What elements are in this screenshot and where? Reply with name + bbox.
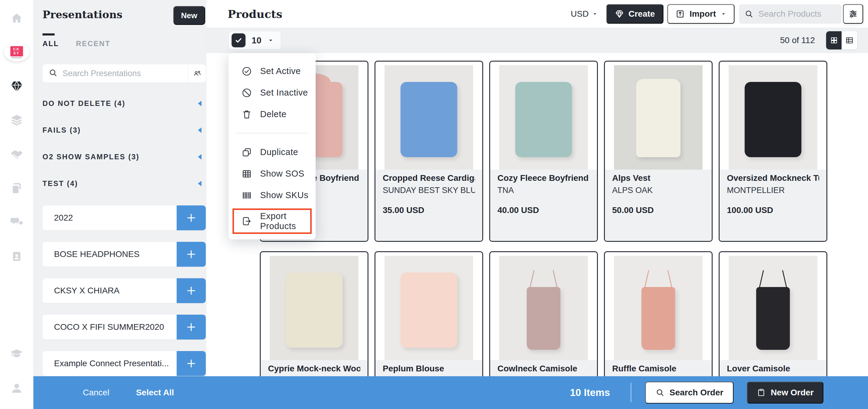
presentation-groups: DO NOT DELETE (4) FAILS (3) O2 SHOW SAMP… [33, 90, 206, 197]
menu-item-label: Show SKUs [260, 190, 308, 200]
icon-rail: CK SY [0, 0, 33, 409]
product-subtitle: ALPS OAK [612, 186, 705, 195]
presentation-item[interactable]: BOSE HEADPHONES [42, 242, 206, 267]
product-title: Cozy Fleece Boyfriend Mo... [497, 173, 590, 183]
search-icon [656, 388, 665, 397]
id-badge-icon[interactable] [10, 250, 23, 263]
home-icon[interactable] [10, 12, 23, 25]
group-do-not-delete[interactable]: DO NOT DELETE (4) [33, 90, 206, 117]
brand-logo-line1: CK [13, 47, 20, 51]
menu-item-label: Duplicate [260, 147, 298, 157]
menu-item-label: Set Inactive [260, 88, 308, 98]
table-view-icon [845, 36, 854, 45]
new-order-button[interactable]: New Order [747, 382, 824, 404]
group-o2-show-samples[interactable]: O2 SHOW SAMPLES (3) [33, 144, 206, 170]
menu-item-export-products[interactable]: Export Products [234, 210, 310, 232]
currency-label: USD [571, 9, 589, 19]
search-presentations-input[interactable] [62, 69, 188, 78]
chevron-down-icon [720, 11, 726, 17]
selected-count: 10 [252, 35, 261, 45]
presentation-name: COCO X FIFI SUMMER2020 [42, 315, 177, 340]
sliders-icon [848, 9, 858, 19]
menu-item-delete[interactable]: Delete [228, 103, 316, 125]
product-photo [384, 65, 473, 169]
barcode-icon [241, 190, 252, 201]
product-card[interactable]: Cozy Fleece Boyfriend Mo... TNA 40.00 US… [489, 61, 598, 242]
product-title: Cowlneck Camisole [497, 364, 590, 374]
product-title: Oversized Mockneck Turtl... [727, 173, 819, 183]
product-card[interactable]: Cropped Reese Cardigan SUNDAY BEST SKY B… [374, 61, 483, 242]
selection-dropdown[interactable]: 10 [228, 31, 281, 50]
check-circle-icon [241, 66, 252, 77]
product-card[interactable]: Alps Vest ALPS OAK 50.00 USD [604, 61, 713, 242]
select-all-checkbox[interactable] [231, 33, 246, 47]
selection-action-bar: Cancel Select All 10 Items Search Order … [33, 376, 868, 409]
garment-image [756, 287, 790, 349]
groups-icon[interactable] [188, 64, 206, 83]
grid-view-button[interactable] [826, 31, 842, 50]
brand-logo-line2: SY [13, 51, 20, 55]
handshake-icon[interactable] [10, 147, 24, 161]
presentation-name: 2022 [42, 206, 177, 230]
table-grid-icon [241, 168, 252, 179]
select-all-button[interactable]: Select All [136, 388, 174, 398]
add-to-presentation-button[interactable] [177, 315, 206, 340]
layers-icon[interactable] [10, 114, 23, 127]
menu-item-set-active[interactable]: Set Active [228, 60, 316, 82]
collapse-triangle-icon[interactable] [198, 127, 202, 133]
collapse-triangle-icon[interactable] [198, 154, 202, 160]
cancel-button[interactable]: Cancel [83, 388, 109, 398]
import-button[interactable]: Import [668, 4, 735, 24]
add-to-presentation-button[interactable] [177, 242, 206, 267]
diamond-icon[interactable] [10, 80, 23, 93]
garment-image [527, 287, 561, 349]
add-to-presentation-button[interactable] [177, 351, 206, 376]
presentation-name: Example Connect Presentati... [42, 351, 177, 376]
chat-icon[interactable] [10, 216, 23, 229]
presentation-item[interactable]: 2022 [42, 206, 206, 230]
presentation-item[interactable]: CKSY X CHIARA [42, 278, 206, 303]
currency-dropdown[interactable]: USD [571, 9, 598, 19]
product-photo [614, 256, 703, 360]
footer-actions: 10 Items Search Order New Order [570, 382, 824, 404]
garment-image [642, 287, 675, 349]
clipboard-icon[interactable] [10, 182, 23, 194]
add-to-presentation-button[interactable] [177, 206, 206, 230]
brand-logo[interactable]: CK SY [4, 43, 29, 61]
product-price: 35.00 USD [383, 206, 424, 215]
add-to-presentation-button[interactable] [177, 278, 206, 303]
menu-item-duplicate[interactable]: Duplicate [228, 141, 316, 163]
ban-circle-icon [241, 87, 252, 98]
export-highlight-box: Export Products [232, 209, 312, 234]
presentation-item[interactable]: Example Connect Presentati... [42, 351, 206, 376]
collapse-triangle-icon[interactable] [198, 181, 202, 186]
search-order-button[interactable]: Search Order [645, 382, 734, 404]
product-info: Cropped Reese Cardigan SUNDAY BEST SKY B… [375, 169, 482, 241]
table-view-button[interactable] [842, 31, 857, 50]
clipboard-icon [756, 388, 766, 397]
brand-logo-oval: CK SY [4, 43, 29, 61]
collapse-triangle-icon[interactable] [198, 101, 202, 106]
active-tab-indicator [42, 33, 55, 35]
group-fails[interactable]: FAILS (3) [33, 117, 206, 144]
search-icon [49, 68, 58, 78]
user-profile-icon[interactable] [10, 381, 23, 395]
menu-item-show-skus[interactable]: Show SKUs [228, 185, 316, 206]
chevron-down-icon [592, 11, 598, 17]
group-test[interactable]: TEST (4) [33, 170, 206, 197]
create-button[interactable]: Create [607, 4, 663, 24]
tab-recent[interactable]: RECENT [76, 39, 111, 48]
search-products-input[interactable] [758, 9, 836, 19]
tab-all[interactable]: ALL [42, 39, 59, 48]
presentation-item[interactable]: COCO X FIFI SUMMER2020 [42, 315, 206, 340]
product-card[interactable]: Oversized Mockneck Turtl... MONTPELLIER … [719, 61, 827, 242]
garment-image [515, 82, 572, 157]
new-presentation-button[interactable]: New [173, 6, 205, 25]
menu-item-set-inactive[interactable]: Set Inactive [228, 82, 316, 103]
garment-image [401, 82, 457, 157]
graduation-cap-icon[interactable] [10, 347, 24, 361]
menu-item-show-sos[interactable]: Show SOS [228, 163, 316, 185]
filter-button[interactable] [843, 4, 863, 24]
presentations-search [42, 64, 206, 83]
product-photo [729, 65, 817, 169]
